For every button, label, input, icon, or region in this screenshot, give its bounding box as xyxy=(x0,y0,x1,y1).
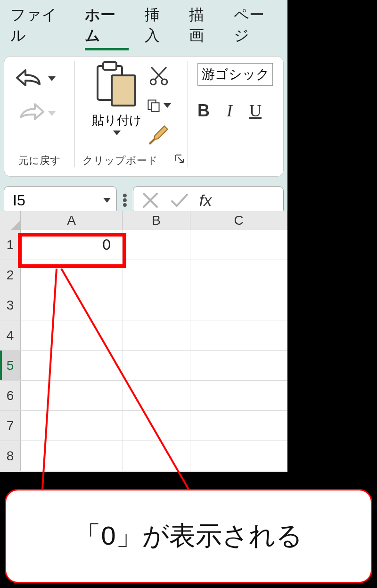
undo-button[interactable] xyxy=(15,64,64,93)
scissors-icon xyxy=(148,66,169,87)
paste-icon xyxy=(95,61,139,108)
row-6: 6 xyxy=(0,381,287,411)
cell-c7[interactable] xyxy=(190,411,287,441)
format-painter-button[interactable] xyxy=(147,122,171,147)
formula-bar: I5 ••• fx xyxy=(4,186,284,214)
cell-c4[interactable] xyxy=(190,320,287,350)
row-header-4[interactable]: 4 xyxy=(0,320,21,350)
tab-file[interactable]: ファイル xyxy=(10,5,69,54)
cell-a2[interactable] xyxy=(21,260,123,290)
cell-b5[interactable] xyxy=(123,351,190,380)
cell-a3[interactable] xyxy=(21,290,123,320)
svg-rect-2 xyxy=(112,75,135,106)
cell-b8[interactable] xyxy=(123,441,190,471)
tab-page[interactable]: ページ xyxy=(234,5,277,54)
row-header-5[interactable]: 5 xyxy=(0,351,21,380)
chevron-down-icon xyxy=(164,103,171,108)
chevron-down-icon[interactable] xyxy=(113,131,121,135)
row-4: 4 xyxy=(0,320,287,351)
cell-a1[interactable]: 0 xyxy=(21,230,123,260)
bold-button[interactable]: B xyxy=(197,101,210,121)
group-label-clipboard: クリップボード xyxy=(75,153,188,168)
cell-a5[interactable] xyxy=(21,351,123,380)
svg-rect-1 xyxy=(103,62,116,70)
row-1: 1 0 xyxy=(0,230,287,260)
name-box[interactable]: I5 xyxy=(4,186,117,214)
tab-home[interactable]: ホーム xyxy=(85,5,128,54)
column-header-b[interactable]: B xyxy=(123,211,190,230)
row-2: 2 xyxy=(0,260,287,290)
cell-b1[interactable] xyxy=(123,230,190,260)
cancel-icon[interactable] xyxy=(141,191,160,210)
annotation-callout: 「0」が表示される xyxy=(5,489,372,583)
row-header-2[interactable]: 2 xyxy=(0,260,21,290)
cell-c8[interactable] xyxy=(190,441,287,471)
cell-b3[interactable] xyxy=(123,290,190,320)
column-header-a[interactable]: A xyxy=(21,211,123,230)
cell-a7[interactable] xyxy=(21,411,123,441)
cell-b2[interactable] xyxy=(123,260,190,290)
row-5: 5 xyxy=(0,351,287,381)
ribbon: 元に戻す 貼り付け xyxy=(4,56,284,177)
chevron-down-icon xyxy=(103,198,111,203)
italic-button[interactable]: I xyxy=(227,101,232,121)
drag-handle-icon[interactable]: ••• xyxy=(123,193,127,207)
cell-a6[interactable] xyxy=(21,381,123,410)
paintbrush-icon xyxy=(148,124,169,145)
ribbon-group-clipboard: 貼り付け xyxy=(75,61,188,167)
formula-input-area[interactable]: fx xyxy=(133,186,284,214)
cell-a8[interactable] xyxy=(21,441,123,471)
row-7: 7 xyxy=(0,411,287,441)
underline-button[interactable]: U xyxy=(249,101,262,121)
enter-icon[interactable] xyxy=(170,191,189,210)
copy-icon xyxy=(147,96,161,115)
cell-b4[interactable] xyxy=(123,320,190,350)
select-all-corner[interactable] xyxy=(0,211,21,230)
cell-c1[interactable] xyxy=(190,230,287,260)
cut-button[interactable] xyxy=(147,64,171,89)
column-header-c[interactable]: C xyxy=(190,211,287,230)
cell-c5[interactable] xyxy=(190,351,287,380)
paste-button[interactable] xyxy=(95,61,139,110)
row-header-6[interactable]: 6 xyxy=(0,381,21,410)
tab-insert[interactable]: 挿入 xyxy=(145,5,173,54)
undo-icon xyxy=(15,67,45,90)
cell-b6[interactable] xyxy=(123,381,190,410)
row-8: 8 xyxy=(0,441,287,471)
cell-c2[interactable] xyxy=(190,260,287,290)
cell-b7[interactable] xyxy=(123,411,190,441)
row-header-8[interactable]: 8 xyxy=(0,441,21,471)
ribbon-group-font: B I U xyxy=(188,61,283,167)
ribbon-group-undo: 元に戻す xyxy=(4,61,75,167)
tab-draw[interactable]: 描画 xyxy=(189,5,217,54)
row-3: 3 xyxy=(0,290,287,320)
redo-icon xyxy=(15,102,45,125)
copy-button[interactable] xyxy=(147,93,171,118)
chevron-down-icon xyxy=(48,111,56,116)
menu-bar: ファイル ホーム 挿入 描画 ページ xyxy=(0,0,287,54)
row-header-3[interactable]: 3 xyxy=(0,290,21,320)
fx-label[interactable]: fx xyxy=(199,191,212,210)
cell-c6[interactable] xyxy=(190,381,287,410)
name-box-value: I5 xyxy=(13,192,25,209)
row-header-7[interactable]: 7 xyxy=(0,411,21,441)
group-label-undo: 元に戻す xyxy=(4,153,74,168)
chevron-down-icon xyxy=(48,76,56,81)
excel-window: ファイル ホーム 挿入 描画 ページ 元に戻す xyxy=(0,0,287,472)
svg-rect-6 xyxy=(151,103,159,111)
row-header-1[interactable]: 1 xyxy=(0,230,21,260)
cell-c3[interactable] xyxy=(190,290,287,320)
paste-label: 貼り付け xyxy=(92,112,142,129)
annotation-callout-text: 「0」が表示される xyxy=(74,518,302,554)
font-name-box[interactable] xyxy=(197,63,273,86)
cell-a4[interactable] xyxy=(21,320,123,350)
dialog-launcher-icon[interactable] xyxy=(174,154,185,166)
redo-button[interactable] xyxy=(15,99,64,128)
spreadsheet-grid: A B C 1 0 2 3 4 5 6 xyxy=(0,211,287,471)
